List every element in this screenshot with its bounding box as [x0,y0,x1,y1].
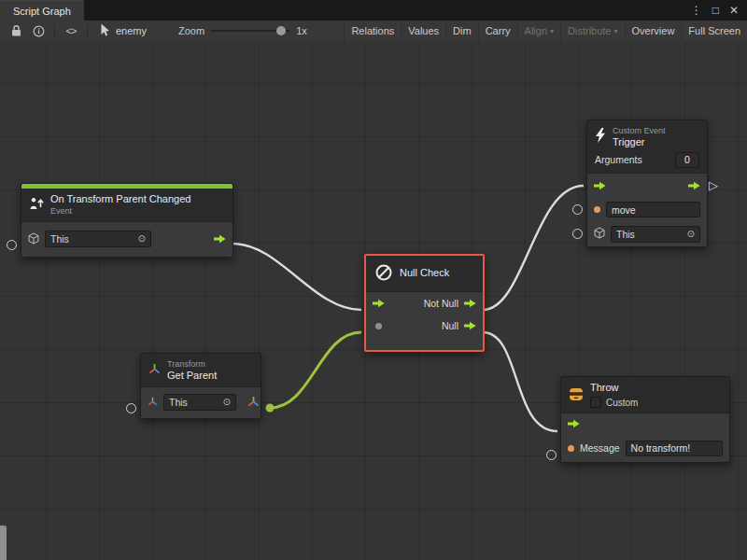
graph-toolbar: <> enemy Zoom 1x Relations Values Dim Ca… [0,21,747,42]
throw-message-port[interactable] [546,450,557,460]
node-title: Get Parent [167,370,217,382]
wire-null-to-throw[interactable] [483,332,557,431]
null-output-port[interactable] [464,321,476,330]
lock-icon[interactable] [5,21,27,40]
toolbar-buttons: Relations Values Dim Carry Align▾ Distri… [344,21,747,41]
string-input-port[interactable] [594,206,600,213]
node-null-check[interactable]: Null Check Not Null Null [364,254,485,352]
target-dropdown[interactable]: This ⊙ [163,394,236,411]
button-label: Relations [351,25,394,36]
toolbar-button-relations[interactable]: Relations [344,21,401,41]
target-value: This [50,233,69,245]
graph-canvas[interactable]: On Transform Parent Changed Event This ⊙… [0,41,747,560]
node-title: Throw [590,382,638,394]
toolbar-button-fullscreen[interactable]: Full Screen [681,21,747,41]
tab-label: Script Graph [13,6,71,17]
zoom-slider[interactable] [211,30,289,32]
flow-output-port[interactable] [214,234,226,244]
button-label: Distribute [568,25,611,36]
chevron-down-icon: ▾ [614,27,618,35]
zoom-slider-handle[interactable] [276,26,286,35]
node-row-message: Message No transform! [561,434,729,462]
node-row-not-null: Not Null [366,292,483,315]
node-on-transform-parent-changed[interactable]: On Transform Parent Changed Event This ⊙ [21,183,233,258]
object-picker-icon[interactable]: ⊙ [138,234,146,244]
transform-axes-icon [148,363,161,376]
custom-event-bolt-icon [595,128,606,145]
node-get-parent[interactable]: Transform Get Parent This ⊙ [140,353,261,419]
get-parent-input-port[interactable] [126,403,136,413]
arguments-count-field[interactable]: 0 [675,152,699,168]
event-name-field[interactable]: move [606,202,700,217]
button-label: Values [408,25,439,36]
null-port-label: Null [442,320,458,331]
flow-output-port[interactable] [688,181,700,190]
button-label: Overview [632,25,675,36]
trigger-event-name-port[interactable] [572,204,583,215]
node-trigger-custom-event[interactable]: Custom Event Trigger Arguments 0 move [586,119,708,247]
trigger-play-output-icon[interactable]: ▷ [709,179,718,191]
flow-input-port[interactable] [594,181,606,190]
wire-notnull-to-trigger[interactable] [483,186,584,310]
window-controls: ⋮ □ ✕ [691,0,747,21]
node-row-flow [587,174,707,198]
button-label: Carry [486,25,511,36]
wire-getparent-to-nullcheck[interactable] [270,332,361,408]
toolbar-button-values[interactable]: Values [401,21,445,41]
target-dropdown[interactable]: This ⊙ [611,226,700,243]
chevron-down-icon: ▾ [550,27,554,35]
node-header: Null Check [366,256,483,292]
string-input-port[interactable] [568,445,574,452]
value-input-port[interactable] [375,323,382,329]
wire-event-to-nullcheck[interactable] [233,244,361,310]
toolbar-button-distribute[interactable]: Distribute▾ [560,21,624,41]
not-null-port-label: Not Null [424,298,458,309]
gameobject-cube-icon [594,227,605,241]
close-icon[interactable]: ✕ [729,5,739,16]
flow-input-port[interactable] [568,419,580,428]
message-label: Message [580,442,620,454]
node-row-target: This ⊙ [21,222,233,257]
target-value: This [616,229,635,240]
tab-script-graph[interactable]: Script Graph [0,0,84,21]
not-null-output-port[interactable] [464,299,476,308]
toolbar-button-overview[interactable]: Overview [625,21,682,41]
zoom-label: Zoom [178,25,204,36]
target-dropdown[interactable]: This ⊙ [45,231,151,247]
arguments-label: Arguments [595,154,642,165]
graph-breadcrumb[interactable]: enemy [92,23,154,38]
vertical-scrollbar-nub[interactable] [0,525,7,560]
trigger-target-port[interactable] [572,229,583,239]
graph-name-label: enemy [116,25,147,36]
code-preview-icon[interactable]: <> [60,21,82,40]
pointer-icon [100,23,111,38]
toolbar-button-align[interactable]: Align▾ [517,21,560,41]
button-label: Dim [453,25,472,36]
toolbar-button-dim[interactable]: Dim [445,21,478,41]
wire-green-endpoint-dot[interactable] [266,404,275,413]
null-check-icon [374,263,393,284]
node-category: Transform [167,359,217,370]
node-header: Transform Get Parent [141,354,261,387]
node-category: Custom Event [613,126,666,136]
toolbar-button-carry[interactable]: Carry [478,21,517,41]
node-row-event-name: move [587,198,707,222]
menu-icon[interactable]: ⋮ [691,5,702,16]
message-field[interactable]: No transform! [626,441,723,456]
transform-parent-changed-icon [29,197,44,212]
node-title: On Transform Parent Changed [50,193,190,205]
info-icon[interactable] [27,21,49,40]
flow-input-port[interactable] [373,299,385,308]
transform-axes-icon [148,397,158,408]
maximize-icon[interactable]: □ [712,5,719,16]
node-title: Trigger [613,136,666,148]
node-header: On Transform Parent Changed Event [21,189,233,222]
transform-output-port[interactable] [247,396,260,409]
custom-checkbox[interactable] [590,397,601,408]
object-picker-icon[interactable]: ⊙ [223,398,231,407]
event-node-input-port[interactable] [7,240,17,250]
node-throw[interactable]: Throw Custom Message No transform! [560,376,730,463]
object-picker-icon[interactable]: ⊙ [687,230,695,239]
zoom-control: Zoom 1x [178,25,307,36]
titlebar: Script Graph ⋮ □ ✕ [0,0,747,21]
